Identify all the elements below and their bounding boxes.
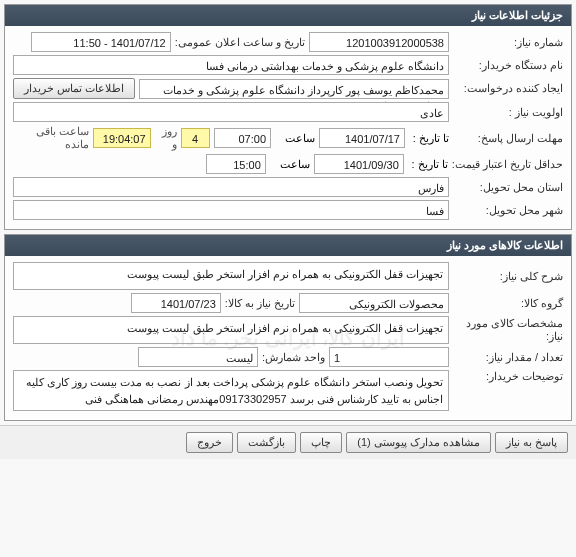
city-label: شهر محل تحویل: (453, 204, 563, 217)
qty-field: 1 (329, 347, 449, 367)
need-details-panel: جزئیات اطلاعات نیاز شماره نیاز: 12010039… (4, 4, 572, 230)
spec-label: مشخصات کالای مورد نیاز: (453, 317, 563, 343)
group-label: گروه کالا: (453, 297, 563, 310)
price-date-field: 1401/09/30 (314, 154, 404, 174)
announce-label: تاریخ و ساعت اعلان عمومی: (175, 36, 305, 49)
desc-field: تجهیزات قفل الکترونیکی به همراه نرم افزا… (13, 262, 449, 290)
reply-button[interactable]: پاسخ به نیاز (495, 432, 568, 453)
unit-field: لیست (138, 347, 258, 367)
priority-label: اولویت نیاز : (453, 106, 563, 119)
buyer-notes-label: توضیحات خریدار: (453, 370, 563, 383)
to-date-label-1: تا تاریخ : (409, 132, 449, 145)
contact-buyer-button[interactable]: اطلاعات تماس خریدار (13, 78, 135, 99)
price-validity-label: حداقل تاریخ اعتبار قیمت: (452, 158, 563, 171)
countdown-field: 19:04:07 (93, 128, 151, 148)
print-button[interactable]: چاپ (300, 432, 342, 453)
spec-field: تجهیزات قفل الکترونیکی به همراه نرم افزا… (13, 316, 449, 344)
time-label-2: ساعت (270, 158, 310, 171)
creator-label: ایجاد کننده درخواست: (453, 82, 563, 95)
back-button[interactable]: بازگشت (237, 432, 296, 453)
exit-button[interactable]: خروج (186, 432, 233, 453)
reply-date-field: 1401/07/17 (319, 128, 405, 148)
need-details-title: جزئیات اطلاعات نیاز (5, 5, 571, 26)
qty-label: تعداد / مقدار نیاز: (453, 351, 563, 364)
need-date-label: تاریخ نیاز به کالا: (225, 297, 295, 310)
creator-field: محمدکاظم یوسف پور کارپرداز دانشگاه علوم … (139, 79, 449, 99)
buyer-notes-field: تحویل ونصب استخر دانشگاه علوم پزشکی پردا… (13, 370, 449, 411)
goods-panel: اطلاعات کالاهای مورد نیاز ایران کالا، ای… (4, 234, 572, 421)
priority-field: عادی (13, 102, 449, 122)
days-count-field: 4 (181, 128, 210, 148)
reply-time-field: 07:00 (214, 128, 272, 148)
province-field: فارس (13, 177, 449, 197)
desc-label: شرح کلی نیاز: (453, 270, 563, 283)
reply-deadline-label: مهلت ارسال پاسخ: (453, 132, 563, 145)
goods-title: اطلاعات کالاهای مورد نیاز (5, 235, 571, 256)
buyer-field: دانشگاه علوم پزشکی و خدمات بهداشتی درمان… (13, 55, 449, 75)
price-time-field: 15:00 (206, 154, 266, 174)
to-date-label-2: تا تاریخ : (408, 158, 448, 171)
announce-field: 1401/07/12 - 11:50 (31, 32, 171, 52)
button-bar: پاسخ به نیاز مشاهده مدارک پیوستی (1) چاپ… (0, 425, 576, 459)
attachments-button[interactable]: مشاهده مدارک پیوستی (1) (346, 432, 491, 453)
days-and-label: روز و (155, 125, 177, 151)
time-label-1: ساعت (275, 132, 315, 145)
province-label: استان محل تحویل: (453, 181, 563, 194)
need-date-field: 1401/07/23 (131, 293, 221, 313)
group-field: محصولات الکترونیکی (299, 293, 449, 313)
remaining-label: ساعت باقی مانده (13, 125, 89, 151)
unit-label: واحد شمارش: (262, 351, 325, 364)
need-no-field: 1201003912000538 (309, 32, 449, 52)
buyer-label: نام دستگاه خریدار: (453, 59, 563, 72)
need-no-label: شماره نیاز: (453, 36, 563, 49)
city-field: فسا (13, 200, 449, 220)
